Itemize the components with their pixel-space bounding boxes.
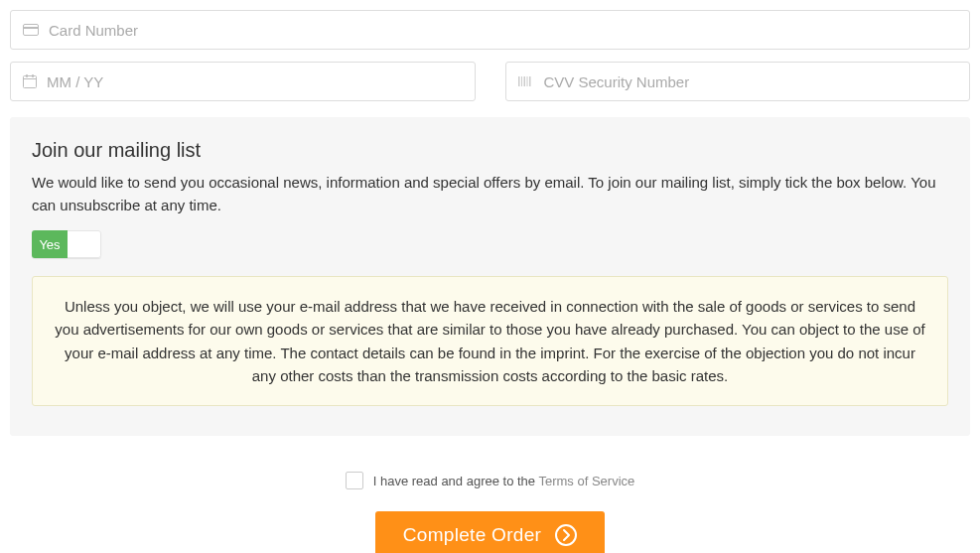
- terms-prefix: I have read and agree to the: [373, 474, 539, 488]
- cvv-field[interactable]: [505, 62, 971, 101]
- card-number-input[interactable]: [49, 22, 957, 39]
- svg-rect-0: [24, 25, 39, 36]
- terms-link[interactable]: Terms of Service: [538, 474, 634, 488]
- mailing-list-section: Join our mailing list We would like to s…: [10, 117, 970, 436]
- svg-rect-1: [23, 27, 39, 29]
- mailing-toggle[interactable]: Yes: [32, 230, 101, 258]
- credit-card-icon: [23, 24, 39, 36]
- svg-rect-7: [521, 76, 522, 86]
- submit-label: Complete Order: [403, 524, 541, 546]
- terms-text: I have read and agree to the Terms of Se…: [373, 474, 635, 488]
- mailing-description: We would like to send you occasional new…: [32, 172, 948, 216]
- svg-rect-2: [24, 76, 37, 88]
- calendar-icon: [23, 74, 37, 88]
- expiry-input[interactable]: [47, 73, 463, 90]
- cvv-input[interactable]: [544, 73, 958, 90]
- svg-rect-9: [526, 76, 527, 86]
- toggle-handle[interactable]: [68, 230, 101, 258]
- svg-rect-10: [529, 76, 531, 86]
- mailing-title: Join our mailing list: [32, 139, 948, 162]
- toggle-yes-label: Yes: [32, 230, 68, 258]
- expiry-field[interactable]: [10, 62, 476, 101]
- card-number-field[interactable]: [10, 10, 970, 50]
- svg-rect-6: [518, 76, 520, 86]
- svg-rect-8: [523, 76, 525, 86]
- svg-point-11: [556, 525, 576, 545]
- mailing-notice: Unless you object, we will use your e-ma…: [32, 276, 948, 406]
- terms-row: I have read and agree to the Terms of Se…: [10, 472, 970, 489]
- arrow-right-circle-icon: [555, 524, 577, 546]
- complete-order-button[interactable]: Complete Order: [375, 511, 605, 553]
- terms-checkbox[interactable]: [346, 472, 363, 489]
- barcode-icon: [518, 75, 534, 87]
